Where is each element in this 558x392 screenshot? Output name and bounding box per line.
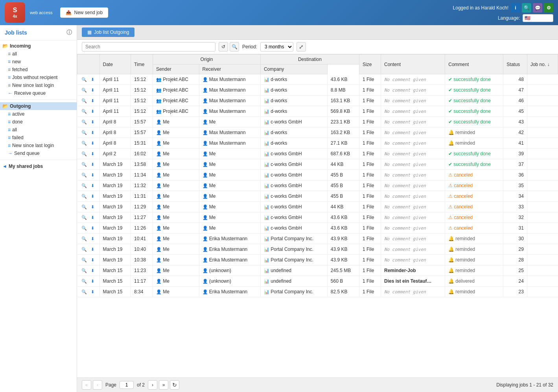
status-badge: 🔔 reminded <box>448 257 500 263</box>
sidebar-item-send-queue[interactable]: → Send queue <box>0 149 77 157</box>
download-icon[interactable]: ⬇ <box>89 256 96 263</box>
search-icon-button[interactable]: 🔍 <box>522 3 531 13</box>
download-icon[interactable]: ⬇ <box>89 225 96 232</box>
download-icon[interactable]: ⬇ <box>89 150 96 157</box>
download-icon[interactable]: ⬇ <box>89 76 96 83</box>
col-status[interactable]: Status <box>503 55 527 74</box>
download-icon[interactable]: ⬇ <box>89 193 96 200</box>
view-icon[interactable]: 🔍 <box>81 225 88 232</box>
col-job-no[interactable]: Job no. ↓ <box>527 55 558 74</box>
last-page-button[interactable]: » <box>159 380 168 390</box>
reset-search-icon[interactable]: ↺ <box>219 42 228 52</box>
row-company: 📊 c-works GmbH <box>260 159 327 170</box>
row-content: 1 File <box>359 255 381 265</box>
col-comment[interactable]: Comment <box>445 55 503 74</box>
col-content[interactable]: Content <box>381 55 445 74</box>
row-status: 🔔 reminded <box>445 138 503 149</box>
sidebar-item-incoming-new-since-last-login[interactable]: ≡ New since last login <box>0 81 77 89</box>
execute-search-icon[interactable]: 🔍 <box>230 42 239 52</box>
sidebar-item-incoming-new[interactable]: ≡ new <box>0 58 77 66</box>
sidebar-shared-header[interactable]: ◄ My shared jobs <box>0 162 77 170</box>
download-icon[interactable]: ⬇ <box>89 161 96 168</box>
page-input[interactable] <box>120 381 134 389</box>
next-page-button[interactable]: › <box>148 380 157 390</box>
view-icon[interactable]: 🔍 <box>81 129 88 136</box>
download-icon[interactable]: ⬇ <box>89 288 96 295</box>
download-icon[interactable]: ⬇ <box>89 235 96 242</box>
view-icon[interactable]: 🔍 <box>81 278 88 285</box>
sidebar-item-outgoing-all[interactable]: ≡ all <box>0 126 77 134</box>
prev-page-button[interactable]: ‹ <box>93 380 102 390</box>
download-icon[interactable]: ⬇ <box>89 246 96 253</box>
download-icon[interactable]: ⬇ <box>89 86 96 94</box>
row-date: April 11 <box>99 74 131 85</box>
download-icon[interactable]: ⬇ <box>89 267 96 274</box>
view-icon[interactable]: 🔍 <box>81 182 88 189</box>
status-badge: ⚠ canceled <box>448 225 500 231</box>
download-icon[interactable]: ⬇ <box>89 129 96 136</box>
sidebar-incoming-header[interactable]: 📂 Incoming <box>0 42 77 50</box>
download-icon[interactable]: ⬇ <box>89 118 96 125</box>
col-time[interactable]: Time <box>131 55 153 74</box>
row-size: 43.9 KB <box>327 255 359 265</box>
period-select[interactable]: 3 months 1 week 1 month 6 months 1 year … <box>260 42 293 52</box>
view-icon[interactable]: 🔍 <box>81 203 88 210</box>
view-icon[interactable]: 🔍 <box>81 214 88 221</box>
sidebar-item-receive-queue[interactable]: ← Receive queue <box>0 89 77 97</box>
view-icon[interactable]: 🔍 <box>81 171 88 179</box>
tab-job-list-outgoing[interactable]: ▦ Job list Outgoing <box>82 28 134 37</box>
row-time: 10:41 <box>131 234 153 244</box>
sidebar-outgoing-header[interactable]: 📂 Outgoing <box>0 102 77 110</box>
settings-icon-button[interactable]: ⚙ <box>544 3 553 13</box>
download-icon[interactable]: ⬇ <box>89 278 96 285</box>
search-input[interactable] <box>82 42 215 52</box>
row-receiver: 👤 Erika Mustermann <box>199 244 260 255</box>
status-badge: ✔ successfully done <box>448 77 500 82</box>
download-icon[interactable]: ⬇ <box>89 171 96 179</box>
expand-button[interactable]: ⤢ <box>296 42 306 52</box>
row-date: April 8 <box>99 138 131 149</box>
view-icon[interactable]: 🔍 <box>81 288 88 295</box>
download-icon[interactable]: ⬇ <box>89 108 96 115</box>
language-select[interactable]: 🇺🇸 English ▾ <box>523 14 553 22</box>
view-icon[interactable]: 🔍 <box>81 118 88 125</box>
view-icon[interactable]: 🔍 <box>81 235 88 242</box>
row-receiver: 👤 Erika Mustermann <box>199 255 260 265</box>
view-icon[interactable]: 🔍 <box>81 150 88 157</box>
view-icon[interactable]: 🔍 <box>81 76 88 83</box>
col-size[interactable]: Size <box>359 55 381 74</box>
view-icon[interactable]: 🔍 <box>81 97 88 104</box>
sidebar-item-outgoing-new-since-last-login[interactable]: ≡ New since last login <box>0 142 77 149</box>
view-icon[interactable]: 🔍 <box>81 193 88 200</box>
sidebar-item-incoming-jobs-without-recipient[interactable]: ≡ Jobs without recipient <box>0 74 77 81</box>
view-icon[interactable]: 🔍 <box>81 140 88 147</box>
view-icon[interactable]: 🔍 <box>81 108 88 115</box>
sidebar-item-outgoing-failed[interactable]: ≡ failed <box>0 134 77 142</box>
sidebar-collapse-icon[interactable]: ⓘ <box>66 29 72 36</box>
download-icon[interactable]: ⬇ <box>89 203 96 210</box>
sidebar-item-incoming-fetched[interactable]: ≡ fetched <box>0 66 77 74</box>
view-icon[interactable]: 🔍 <box>81 246 88 253</box>
row-actions: 🔍 ⬇ <box>77 138 100 149</box>
row-status: 🔔 reminded <box>445 127 503 138</box>
view-icon[interactable]: 🔍 <box>81 161 88 168</box>
row-date: March 19 <box>99 202 131 212</box>
download-icon[interactable]: ⬇ <box>89 97 96 104</box>
message-icon-button[interactable]: 💬 <box>533 3 542 13</box>
first-page-button[interactable]: « <box>82 380 91 390</box>
col-date[interactable]: Date <box>99 55 131 74</box>
sidebar-item-outgoing-done[interactable]: ≡ done <box>0 118 77 126</box>
view-icon[interactable]: 🔍 <box>81 86 88 94</box>
refresh-button[interactable]: ↻ <box>170 380 179 390</box>
row-status: 🔔 reminded <box>445 265 503 276</box>
sidebar-item-incoming-all[interactable]: ≡ all <box>0 50 77 58</box>
view-icon[interactable]: 🔍 <box>81 267 88 274</box>
sidebar-item-outgoing-active[interactable]: ≡ active <box>0 110 77 118</box>
download-icon[interactable]: ⬇ <box>89 214 96 221</box>
download-icon[interactable]: ⬇ <box>89 182 96 189</box>
view-icon[interactable]: 🔍 <box>81 256 88 263</box>
new-send-job-button[interactable]: 📤 New send job <box>60 7 108 18</box>
info-icon-button[interactable]: i <box>511 3 520 13</box>
download-icon[interactable]: ⬇ <box>89 140 96 147</box>
row-date: March 19 <box>99 170 131 180</box>
